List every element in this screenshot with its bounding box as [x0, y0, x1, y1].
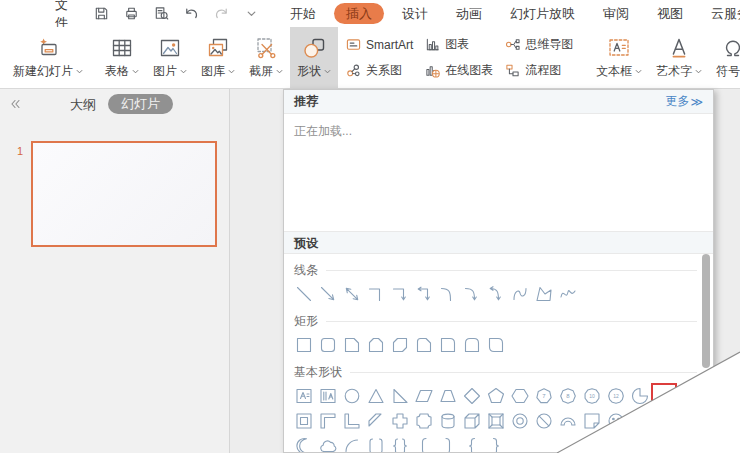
- shape-diagonal-stripe[interactable]: [366, 411, 386, 431]
- shape-right-triangle[interactable]: [390, 386, 410, 406]
- shape-isosceles-triangle[interactable]: [366, 386, 386, 406]
- shape-folded-corner[interactable]: [582, 411, 602, 431]
- shape-snip-single-corner[interactable]: [342, 335, 362, 355]
- shape-elbow-arrow[interactable]: [390, 284, 410, 304]
- shape-trapezoid[interactable]: [438, 386, 458, 406]
- shape-half-frame[interactable]: [318, 411, 338, 431]
- shape-corner[interactable]: [342, 411, 362, 431]
- shape-snip-round-single-corner[interactable]: [414, 335, 434, 355]
- shape-cube[interactable]: [462, 411, 482, 431]
- section-divider: [326, 321, 697, 322]
- shape-curve[interactable]: [510, 284, 530, 304]
- shape-rectangle[interactable]: [294, 335, 314, 355]
- shape-moon[interactable]: [294, 436, 314, 453]
- new-slide-button[interactable]: 新建幻灯片: [6, 27, 90, 88]
- shape-snip-same-side-corners[interactable]: [366, 335, 386, 355]
- shape-chord[interactable]: [654, 386, 674, 406]
- shape-octagon[interactable]: 8: [558, 386, 578, 406]
- shape-smiley[interactable]: [606, 411, 626, 431]
- shape-line[interactable]: [294, 284, 314, 304]
- ribbon-tab-审阅[interactable]: 审阅: [589, 0, 643, 27]
- shape-pie[interactable]: [630, 386, 650, 406]
- shape-hexagon[interactable]: [510, 386, 530, 406]
- svg-text:8: 8: [566, 393, 570, 399]
- shape-elbow-double-arrow[interactable]: [414, 284, 434, 304]
- shape-curved-double-arrow[interactable]: [486, 284, 506, 304]
- shape-rounded-rectangle[interactable]: [318, 335, 338, 355]
- shape-oval[interactable]: [342, 386, 362, 406]
- shape-no-symbol[interactable]: [534, 411, 554, 431]
- screenshot-button[interactable]: 截屏: [242, 27, 290, 88]
- shape-elbow-connector[interactable]: [366, 284, 386, 304]
- tab-slides[interactable]: 幻灯片: [108, 94, 173, 114]
- shape-round-same-side-corners[interactable]: [462, 335, 482, 355]
- symbol-button[interactable]: 符号: [709, 27, 740, 88]
- collapse-panel-icon[interactable]: [8, 97, 22, 111]
- shape-cross[interactable]: [390, 411, 410, 431]
- shape-heptagon[interactable]: 7: [534, 386, 554, 406]
- shape-snip-diagonal-corners[interactable]: [390, 335, 410, 355]
- online-chart-button[interactable]: 在线图表: [425, 58, 493, 82]
- shape-left-brace[interactable]: [462, 436, 482, 453]
- ribbon-tab-幻灯片放映[interactable]: 幻灯片放映: [496, 0, 589, 27]
- shape-curved-arrow[interactable]: [462, 284, 482, 304]
- shape-parallelogram[interactable]: [414, 386, 434, 406]
- gallery-button[interactable]: 图库: [194, 27, 242, 88]
- shapes-button[interactable]: 形状: [290, 27, 338, 88]
- print-preview-icon[interactable]: [153, 5, 170, 22]
- ribbon-tab-视图[interactable]: 视图: [643, 0, 697, 27]
- more-link[interactable]: 更多 ≫: [665, 93, 703, 110]
- button-label: 关系图: [366, 62, 402, 79]
- shape-arrow[interactable]: [318, 284, 338, 304]
- shape-dodecagon[interactable]: 12: [606, 386, 626, 406]
- wordart-button[interactable]: 艺术字: [649, 27, 709, 88]
- flowchart-button[interactable]: 流程图: [505, 58, 573, 82]
- shape-vertical-text-box[interactable]: [318, 386, 338, 406]
- shape-cloud[interactable]: [318, 436, 338, 453]
- shape-scribble[interactable]: [558, 284, 578, 304]
- ribbon-tab-云服务[interactable]: 云服务: [697, 0, 740, 27]
- save-icon[interactable]: [93, 5, 110, 22]
- print-icon[interactable]: [123, 5, 140, 22]
- shape-diamond[interactable]: [462, 386, 482, 406]
- shape-plaque[interactable]: [414, 411, 434, 431]
- more-icon[interactable]: [243, 5, 260, 22]
- ribbon-tab-插入[interactable]: 插入: [334, 3, 384, 24]
- shape-freeform[interactable]: [534, 284, 554, 304]
- mindmap-button[interactable]: 思维导图: [505, 33, 573, 57]
- shape-right-brace[interactable]: [486, 436, 506, 453]
- picture-button[interactable]: 图片: [146, 27, 194, 88]
- shape-pentagon[interactable]: [486, 386, 506, 406]
- shape-round-diagonal-corners[interactable]: [486, 335, 506, 355]
- ribbon-tab-开始[interactable]: 开始: [276, 0, 330, 27]
- shape-curved-connector[interactable]: [438, 284, 458, 304]
- undo-icon[interactable]: [183, 5, 200, 22]
- shape-right-bracket[interactable]: [438, 436, 458, 453]
- shape-double-arrow[interactable]: [342, 284, 362, 304]
- smartart-button[interactable]: SmartArt: [346, 33, 413, 57]
- textbox-button[interactable]: 文本框: [589, 27, 649, 88]
- slide-thumbnail[interactable]: [31, 141, 217, 247]
- shape-decagon[interactable]: 10: [582, 386, 602, 406]
- shape-frame[interactable]: [294, 411, 314, 431]
- shape-double-brace[interactable]: [390, 436, 410, 453]
- tab-outline[interactable]: 大纲: [70, 96, 96, 114]
- table-button[interactable]: 表格: [98, 27, 146, 88]
- ribbon-tab-设计[interactable]: 设计: [388, 0, 442, 27]
- shape-arc[interactable]: [342, 436, 362, 453]
- chart-button[interactable]: 图表: [425, 33, 493, 57]
- relation-button[interactable]: 关系图: [346, 58, 413, 82]
- shape-bevel[interactable]: [486, 411, 506, 431]
- scrollbar-thumb[interactable]: [702, 254, 710, 368]
- shape-block-arc[interactable]: [558, 411, 578, 431]
- shape-donut[interactable]: [510, 411, 530, 431]
- redo-icon[interactable]: [213, 5, 230, 22]
- shape-can[interactable]: [438, 411, 458, 431]
- loading-text: 正在加载...: [294, 123, 703, 140]
- ribbon-tab-动画[interactable]: 动画: [442, 0, 496, 27]
- shape-left-bracket[interactable]: [414, 436, 434, 453]
- shape-text-box[interactable]: [294, 386, 314, 406]
- shape-double-bracket[interactable]: [366, 436, 386, 453]
- button-label: 流程图: [525, 62, 561, 79]
- shape-round-single-corner[interactable]: [438, 335, 458, 355]
